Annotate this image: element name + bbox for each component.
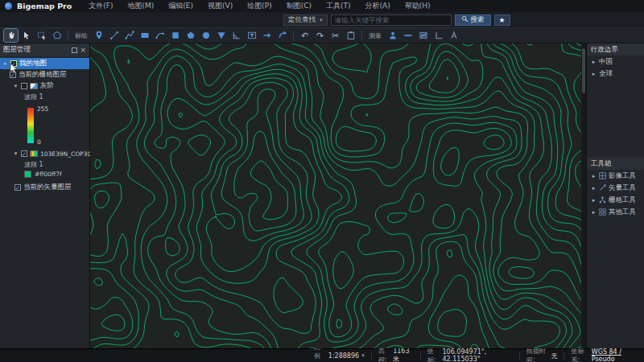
capture-time-value: 无 [551, 352, 557, 360]
menu-view[interactable]: 视图(V) [202, 0, 238, 12]
app-logo-icon [5, 2, 12, 10]
rectangle-tool-icon[interactable] [138, 29, 151, 42]
map-vertical-scrollbar[interactable] [581, 43, 586, 348]
toolbox-item-label: 影像工具 [609, 171, 636, 181]
boundary-item-label: 中国 [599, 57, 613, 67]
cut-icon[interactable]: ✂ [328, 29, 342, 42]
boundary-item-global[interactable]: ▸ 全球 [587, 68, 644, 80]
measure-azimuth-icon[interactable] [447, 29, 460, 42]
search-input[interactable] [331, 14, 452, 26]
menu-edit[interactable]: 编辑(E) [163, 0, 199, 12]
right-panel: 行政边界 ▸ 中国 ▸ 全球 工具箱 ▸ 影像工具 [586, 43, 644, 348]
imagery-tools-icon [599, 172, 606, 179]
chevron-right-icon: ▸ [591, 197, 597, 204]
search-button[interactable]: 搜索 [455, 14, 491, 26]
measure-angle-icon[interactable] [431, 29, 445, 42]
boundary-item-label: 全球 [599, 69, 613, 79]
layer-root-row[interactable]: ▸ 我的地图 [0, 58, 89, 69]
undo-icon[interactable]: ↶ [298, 29, 312, 42]
raster1-row[interactable]: ▾ 灰阶 [0, 80, 89, 92]
polyline-tool-icon[interactable] [122, 29, 136, 42]
color-swatch[interactable] [24, 171, 31, 178]
toolbox-section-header: 工具箱 [587, 158, 644, 170]
raster-tools-icon [599, 196, 606, 204]
cursor-select-icon[interactable] [19, 29, 33, 42]
close-panel-icon[interactable]: × [80, 46, 86, 54]
measure-distance-icon[interactable] [401, 29, 415, 42]
pentagon-tool-icon[interactable] [184, 29, 197, 42]
arrow-tool-icon[interactable] [260, 29, 274, 42]
coordinate-indicator: 坐标: 106.094971°, 42.115033° [420, 352, 519, 360]
raster2-checkbox[interactable] [21, 150, 27, 157]
menu-cartography[interactable]: 制图(C) [281, 0, 317, 12]
float-panel-icon[interactable] [72, 47, 77, 53]
toolbox-item-other[interactable]: ▸ 其他工具 [587, 206, 644, 218]
measure-area-icon[interactable] [416, 29, 430, 42]
cone-tool-icon[interactable] [214, 29, 228, 42]
raster-group-label: 当前的栅格图层 [19, 70, 67, 80]
chevron-right-icon: ▸ [591, 173, 597, 179]
vector-group-checkbox[interactable] [14, 184, 21, 191]
main-area: 图层管理 × ▸ 我的地图 当前的栅格图层 ▾ [0, 43, 644, 348]
app-title: Bigemap Pro [17, 2, 72, 10]
crs-value[interactable]: WGS 84 / Pseudo [592, 348, 638, 362]
status-bar: 比例尺: 1:288896 ▾ 高程: 1163 米 坐标: 106.09497… [0, 348, 644, 362]
capture-time-indicator: 拍摄时间: 无 [519, 352, 564, 360]
map-canvas[interactable] [90, 43, 586, 348]
placemark-icon[interactable] [92, 29, 105, 42]
boundary-item-china[interactable]: ▸ 中国 [587, 56, 644, 68]
crs-indicator[interactable]: 坐标系: WGS 84 / Pseudo [564, 352, 644, 360]
raster1-checkbox[interactable] [21, 83, 27, 89]
arc-tool-icon[interactable] [153, 29, 167, 42]
menu-file[interactable]: 文件(F) [83, 0, 118, 12]
chevron-right-icon: ▸ [591, 59, 597, 65]
angle-ruler-icon[interactable] [229, 29, 243, 42]
menu-draw[interactable]: 绘图(P) [242, 0, 277, 12]
chevron-down-icon[interactable]: ▾ [13, 150, 19, 157]
elevation-indicator: 高程: 1163 米 [371, 352, 420, 360]
elevation-value: 1163 米 [393, 348, 414, 362]
layer-tree: ▸ 我的地图 当前的栅格图层 ▾ 灰阶 波段 1 [0, 56, 89, 193]
raster1-color-ramp: 255 0 [0, 101, 89, 148]
circle-tool-icon[interactable] [199, 29, 213, 42]
curved-arrow-tool-icon[interactable] [275, 29, 289, 42]
line-tool-icon[interactable] [107, 29, 121, 42]
coordinate-label: 坐标: [427, 347, 440, 362]
measure-position-icon[interactable] [386, 29, 399, 42]
scrollbar-thumb[interactable] [582, 48, 585, 93]
menu-tools[interactable]: 工具(T) [320, 0, 357, 12]
toolbox-item-raster[interactable]: ▸ 栅格工具 [587, 194, 644, 206]
search-mode-label: 定位查找 [288, 15, 316, 25]
redo-icon[interactable]: ↷ [313, 29, 327, 42]
vector-group-row[interactable]: 当前的矢量图层 [0, 182, 89, 193]
text-tool-icon[interactable] [245, 29, 258, 42]
chevron-right-icon[interactable]: ▸ [2, 60, 8, 67]
toolbox-item-label: 矢量工具 [609, 183, 636, 193]
ramp-min-label: 0 [37, 138, 41, 146]
select-polygon-icon[interactable] [50, 29, 64, 42]
favorites-button[interactable]: ★ [494, 14, 510, 26]
menu-map[interactable]: 地图(M) [122, 0, 160, 12]
toolbox-item-label: 栅格工具 [609, 195, 636, 205]
toolbar-divider [68, 31, 68, 40]
pan-hand-icon[interactable] [4, 29, 18, 42]
toolbox-item-imagery[interactable]: ▸ 影像工具 [587, 170, 644, 182]
search-mode-select[interactable]: 定位查找 ▾ [283, 14, 328, 26]
menu-help[interactable]: 帮助(H) [399, 0, 436, 12]
chevron-right-icon: ▸ [591, 209, 597, 216]
star-icon: ★ [498, 16, 505, 24]
square-tool-icon[interactable] [168, 29, 182, 42]
menu-analysis[interactable]: 分析(A) [360, 0, 396, 12]
coordinate-value: 106.094971°, 42.115033° [442, 348, 513, 362]
select-rect-icon[interactable] [35, 29, 48, 42]
chevron-down-icon[interactable]: ▾ [361, 352, 365, 359]
raster2-row[interactable]: ▾ 103E39N_COP30 [0, 148, 89, 159]
chevron-down-icon[interactable]: ▾ [13, 83, 19, 89]
toolbox-item-vector[interactable]: ▸ 矢量工具 [587, 182, 644, 194]
chevron-down-icon: ▾ [320, 17, 323, 23]
raster2-label: 103E39N_COP30 [40, 150, 91, 158]
color-hex-label: #ff00ff7f [35, 171, 62, 178]
search-bar: 定位查找 ▾ 搜索 ★ [0, 12, 644, 27]
scale-indicator[interactable]: 比例尺: 1:288896 ▾ [308, 352, 371, 360]
paste-icon[interactable] [344, 29, 357, 42]
